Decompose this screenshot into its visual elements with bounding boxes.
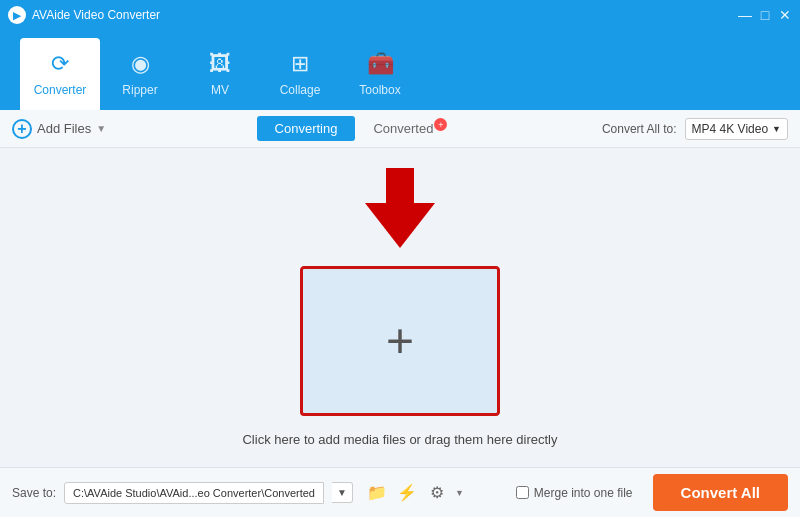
nav-item-collage[interactable]: ⊞ Collage bbox=[260, 38, 340, 110]
drop-hint: Click here to add media files or drag th… bbox=[242, 432, 557, 447]
merge-label: Merge into one file bbox=[534, 486, 633, 500]
toolbar-tabs: Converting Converted + bbox=[257, 116, 452, 141]
save-path-input[interactable] bbox=[64, 482, 324, 504]
drop-arrow bbox=[365, 168, 435, 248]
nav-bar: ⟳ Converter ◉ Ripper 🖼 MV ⊞ Collage 🧰 To… bbox=[0, 30, 800, 110]
convert-all-to-label: Convert All to: bbox=[602, 122, 677, 136]
drop-zone[interactable]: + bbox=[300, 266, 500, 416]
app-logo: ▶ bbox=[8, 6, 26, 24]
merge-checkbox[interactable] bbox=[516, 486, 529, 499]
convert-all-button[interactable]: Convert All bbox=[653, 474, 788, 511]
nav-item-toolbox[interactable]: 🧰 Toolbox bbox=[340, 38, 420, 110]
flash-button[interactable]: ⚡ bbox=[395, 481, 419, 505]
converted-badge: + bbox=[434, 118, 447, 131]
title-bar: ▶ AVAide Video Converter — □ ✕ bbox=[0, 0, 800, 30]
toolbox-icon: 🧰 bbox=[367, 51, 394, 77]
app-title: AVAide Video Converter bbox=[32, 8, 160, 22]
tab-converted[interactable]: Converted + bbox=[355, 116, 451, 141]
close-button[interactable]: ✕ bbox=[778, 8, 792, 22]
nav-item-mv[interactable]: 🖼 MV bbox=[180, 38, 260, 110]
nav-label-mv: MV bbox=[211, 83, 229, 97]
add-files-dropdown-icon[interactable]: ▼ bbox=[96, 123, 106, 134]
nav-label-ripper: Ripper bbox=[122, 83, 157, 97]
add-files-icon: + bbox=[12, 119, 32, 139]
bottom-bar: Save to: ▼ 📁 ⚡ ⚙ ▼ Merge into one file C… bbox=[0, 467, 800, 517]
save-to-label: Save to: bbox=[12, 486, 56, 500]
arrow-shaft bbox=[386, 168, 414, 203]
title-bar-left: ▶ AVAide Video Converter bbox=[8, 6, 160, 24]
toolbar-right: Convert All to: MP4 4K Video ▼ bbox=[602, 118, 788, 140]
arrow-head bbox=[365, 203, 435, 248]
nav-item-converter[interactable]: ⟳ Converter bbox=[20, 38, 100, 110]
nav-item-ripper[interactable]: ◉ Ripper bbox=[100, 38, 180, 110]
nav-label-collage: Collage bbox=[280, 83, 321, 97]
toolbar: + Add Files ▼ Converting Converted + Con… bbox=[0, 110, 800, 148]
mv-icon: 🖼 bbox=[209, 51, 231, 77]
open-folder-button[interactable]: 📁 bbox=[365, 481, 389, 505]
nav-label-converter: Converter bbox=[34, 83, 87, 97]
settings-dropdown-icon[interactable]: ▼ bbox=[455, 488, 464, 498]
minimize-button[interactable]: — bbox=[738, 8, 752, 22]
format-label: MP4 4K Video bbox=[692, 122, 769, 136]
ripper-icon: ◉ bbox=[131, 51, 150, 77]
toolbar-left: + Add Files ▼ bbox=[12, 119, 106, 139]
add-files-button[interactable]: + Add Files ▼ bbox=[12, 119, 106, 139]
save-path-dropdown-button[interactable]: ▼ bbox=[332, 482, 353, 503]
format-selector[interactable]: MP4 4K Video ▼ bbox=[685, 118, 788, 140]
bottom-icons: 📁 ⚡ ⚙ ▼ bbox=[365, 481, 464, 505]
main-content: + Click here to add media files or drag … bbox=[0, 148, 800, 467]
converter-icon: ⟳ bbox=[51, 51, 69, 77]
drop-plus-icon: + bbox=[386, 317, 414, 365]
tab-converting[interactable]: Converting bbox=[257, 116, 356, 141]
add-files-label: Add Files bbox=[37, 121, 91, 136]
window-controls[interactable]: — □ ✕ bbox=[738, 8, 792, 22]
merge-checkbox-group[interactable]: Merge into one file bbox=[516, 486, 633, 500]
settings2-button[interactable]: ⚙ bbox=[425, 481, 449, 505]
collage-icon: ⊞ bbox=[291, 51, 309, 77]
restore-button[interactable]: □ bbox=[758, 8, 772, 22]
format-dropdown-icon: ▼ bbox=[772, 124, 781, 134]
nav-label-toolbox: Toolbox bbox=[359, 83, 400, 97]
